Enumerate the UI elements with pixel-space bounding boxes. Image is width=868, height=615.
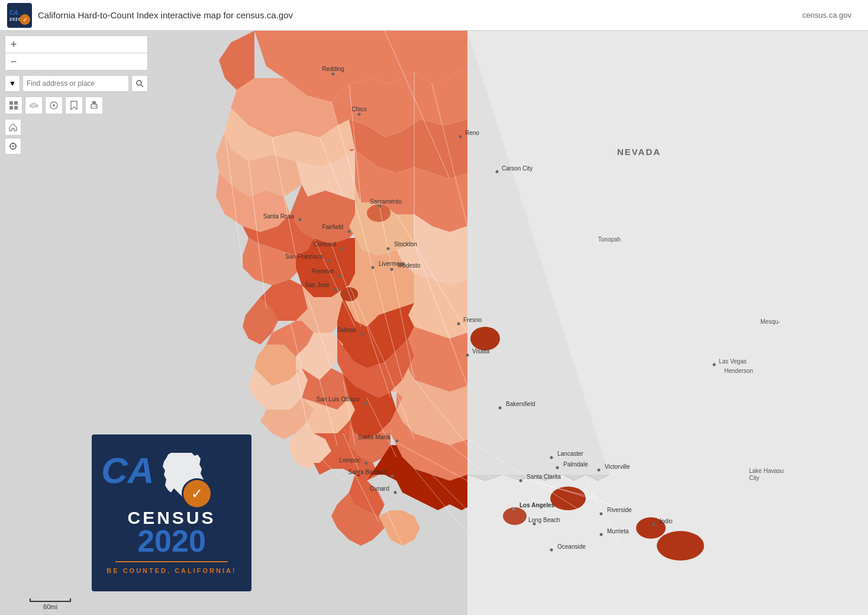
svg-text:Oceanside: Oceanside bbox=[557, 543, 586, 550]
census-badge: CA ✓ CENSUS 2020 BE COUNTED, CALIFORNIA! bbox=[92, 434, 251, 591]
print-icon bbox=[89, 101, 99, 110]
svg-text:City: City bbox=[749, 475, 759, 481]
basemap-button[interactable] bbox=[5, 96, 22, 114]
svg-point-127 bbox=[550, 549, 553, 552]
svg-text:Lompoc: Lompoc bbox=[339, 457, 360, 463]
svg-point-119 bbox=[598, 469, 601, 472]
svg-text:Riverside: Riverside bbox=[607, 507, 632, 513]
svg-point-179 bbox=[95, 105, 96, 107]
svg-point-100 bbox=[348, 230, 351, 233]
svg-text:Fairfield: Fairfield bbox=[322, 224, 343, 230]
home-button[interactable] bbox=[5, 119, 21, 136]
nav-controls bbox=[5, 119, 148, 154]
search-icon bbox=[135, 79, 144, 88]
svg-point-105 bbox=[338, 275, 341, 278]
svg-point-118 bbox=[556, 466, 559, 469]
search-dropdown-button[interactable]: ▼ bbox=[5, 75, 20, 92]
print-button[interactable] bbox=[85, 96, 103, 114]
svg-point-101 bbox=[341, 247, 344, 250]
search-bar: ▼ bbox=[5, 75, 148, 92]
svg-point-124 bbox=[600, 513, 603, 516]
svg-text:Carson City: Carson City bbox=[502, 165, 533, 172]
zoom-in-button[interactable]: + bbox=[5, 36, 22, 53]
svg-point-112 bbox=[499, 407, 502, 410]
scale-bar: 60mi bbox=[30, 598, 71, 610]
svg-point-51 bbox=[470, 327, 500, 350]
map-container: CA 2020 ✓ California Hard-to-Count Index… bbox=[0, 0, 868, 615]
svg-text:Bakersfield: Bakersfield bbox=[506, 401, 535, 407]
svg-text:Chico: Chico bbox=[351, 106, 367, 112]
svg-point-113 bbox=[396, 440, 399, 443]
svg-point-52 bbox=[550, 487, 586, 510]
svg-point-125 bbox=[653, 523, 656, 526]
svg-text:✓: ✓ bbox=[22, 16, 28, 23]
svg-point-121 bbox=[713, 363, 716, 366]
svg-point-95 bbox=[358, 113, 361, 116]
svg-point-181 bbox=[12, 146, 14, 147]
location-button[interactable] bbox=[5, 138, 21, 154]
svg-text:Fremont: Fremont bbox=[312, 268, 334, 275]
svg-text:Mesqu-: Mesqu- bbox=[760, 318, 780, 325]
svg-rect-178 bbox=[92, 107, 96, 108]
zoom-controls: + − bbox=[5, 36, 148, 70]
scale-line bbox=[30, 598, 71, 602]
svg-text:Sacramento: Sacramento bbox=[370, 198, 402, 205]
svg-rect-171 bbox=[14, 101, 18, 105]
svg-point-122 bbox=[512, 508, 515, 511]
svg-text:San Luis Obispo: San Luis Obispo bbox=[317, 396, 360, 403]
badge-tagline: BE COUNTED, CALIFORNIA! bbox=[107, 567, 236, 574]
svg-point-168 bbox=[137, 81, 141, 85]
legend-button[interactable] bbox=[45, 96, 63, 114]
svg-point-115 bbox=[391, 475, 394, 478]
svg-text:Santa Rosa: Santa Rosa bbox=[263, 213, 295, 220]
svg-point-116 bbox=[394, 491, 397, 494]
map-area[interactable]: Redding Chico Reno Carson City Santa Ros… bbox=[0, 31, 868, 615]
badge-state-shape-container: ✓ bbox=[159, 452, 206, 503]
header-url: census.ca.gov bbox=[802, 11, 851, 20]
svg-point-106 bbox=[391, 268, 393, 271]
badge-top-section: CA ✓ bbox=[101, 452, 242, 503]
svg-text:San Francisco: San Francisco bbox=[285, 253, 323, 260]
svg-text:Santa Clarita: Santa Clarita bbox=[527, 474, 561, 480]
svg-point-97 bbox=[496, 170, 499, 173]
svg-point-109 bbox=[457, 323, 460, 326]
svg-text:Lancaster: Lancaster bbox=[557, 450, 584, 457]
badge-divider bbox=[115, 561, 228, 562]
svg-point-99 bbox=[379, 205, 382, 208]
layers-button[interactable] bbox=[25, 96, 43, 114]
svg-point-55 bbox=[657, 531, 704, 561]
svg-text:Lake Havasu: Lake Havasu bbox=[749, 468, 783, 474]
bookmark-button[interactable] bbox=[65, 96, 83, 114]
svg-point-120 bbox=[519, 479, 522, 482]
search-button[interactable] bbox=[131, 75, 148, 92]
svg-rect-170 bbox=[9, 101, 13, 105]
search-input[interactable] bbox=[22, 75, 129, 92]
svg-text:Fresno: Fresno bbox=[463, 317, 482, 323]
svg-text:Redding: Redding bbox=[322, 66, 344, 72]
svg-point-103 bbox=[328, 259, 331, 262]
zoom-out-button[interactable]: − bbox=[5, 53, 22, 70]
badge-year: 2020 bbox=[137, 526, 206, 556]
layers-icon bbox=[29, 101, 38, 110]
header-bar: CA 2020 ✓ California Hard-to-Count Index… bbox=[0, 0, 868, 31]
basemap-icon bbox=[9, 101, 18, 110]
svg-point-110 bbox=[466, 354, 469, 357]
header-title: California Hard-to-Count Index interacti… bbox=[38, 10, 802, 20]
svg-text:Santa Barbara: Santa Barbara bbox=[349, 469, 387, 475]
svg-text:Stockton: Stockton bbox=[394, 241, 417, 247]
svg-point-107 bbox=[334, 288, 337, 291]
location-icon bbox=[9, 142, 17, 150]
svg-text:Reno: Reno bbox=[465, 130, 479, 136]
svg-line-169 bbox=[141, 85, 143, 88]
svg-point-175 bbox=[53, 104, 55, 107]
svg-rect-172 bbox=[9, 106, 13, 110]
svg-point-102 bbox=[387, 247, 390, 250]
svg-point-104 bbox=[372, 266, 375, 269]
svg-point-111 bbox=[364, 402, 367, 405]
svg-text:Concord: Concord bbox=[314, 241, 336, 247]
svg-point-96 bbox=[459, 136, 462, 139]
svg-point-94 bbox=[332, 73, 335, 76]
svg-text:CA: CA bbox=[9, 9, 18, 16]
svg-text:Long Beach: Long Beach bbox=[528, 517, 560, 523]
svg-rect-173 bbox=[14, 106, 18, 110]
